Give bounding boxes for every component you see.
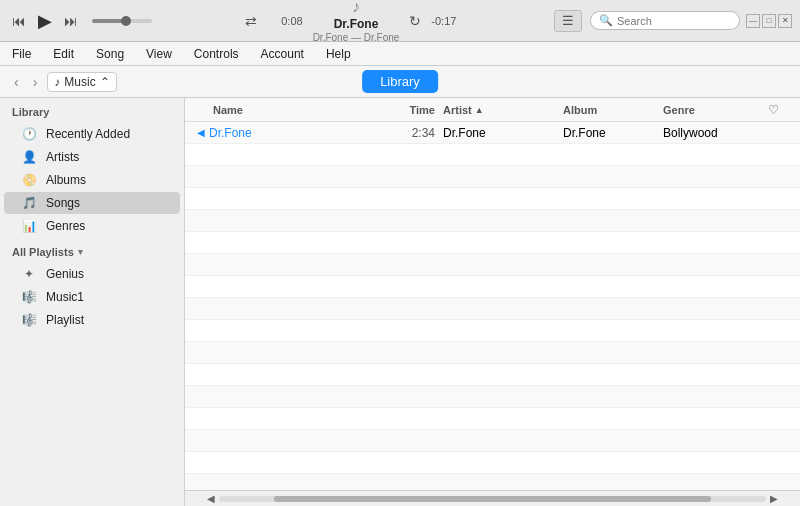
sort-arrow-icon: ▲ xyxy=(475,105,484,115)
table-row-empty xyxy=(185,298,800,320)
cell-artist: Dr.Fone xyxy=(443,126,563,140)
fast-forward-button[interactable]: ⏭ xyxy=(60,11,82,31)
menu-item-view[interactable]: View xyxy=(142,45,176,63)
table-row-empty xyxy=(185,474,800,490)
sidebar-label-artists: Artists xyxy=(46,150,79,164)
nav-forward-button[interactable]: › xyxy=(29,72,42,92)
sidebar-library-items: 🕐Recently Added👤Artists📀Albums🎵Songs📊Gen… xyxy=(0,123,184,237)
now-playing-area: ⇄ 0:08 ♪ Dr.Fone Dr.Fone — Dr.Fone ↻ -0:… xyxy=(152,0,554,43)
menu-item-edit[interactable]: Edit xyxy=(49,45,78,63)
sidebar-item-albums[interactable]: 📀Albums xyxy=(4,169,180,191)
col-header-artist[interactable]: Artist ▲ xyxy=(443,104,563,116)
library-selector-chevron: ⌃ xyxy=(100,75,110,89)
cell-genre: Bollywood xyxy=(663,126,763,140)
recently-added-icon: 🕐 xyxy=(20,127,38,141)
table-row-empty xyxy=(185,364,800,386)
volume-slider[interactable] xyxy=(92,19,152,23)
table-row-empty xyxy=(185,144,800,166)
table-row-empty xyxy=(185,430,800,452)
sidebar-playlist-items: ✦Genius🎼Music1🎼Playlist xyxy=(0,263,184,331)
col-header-heart: ♡ xyxy=(763,103,783,117)
sidebar-label-albums: Albums xyxy=(46,173,86,187)
scroll-thumb[interactable] xyxy=(274,496,712,502)
horizontal-scrollbar[interactable]: ◀ ▶ xyxy=(185,490,800,506)
close-button[interactable]: ✕ xyxy=(778,14,792,28)
table-header: Name Time Artist ▲ Album Genre ♡ xyxy=(185,98,800,122)
menu-item-help[interactable]: Help xyxy=(322,45,355,63)
sidebar-item-music1[interactable]: 🎼Music1 xyxy=(4,286,180,308)
playlists-section-header[interactable]: All Playlists ▾ xyxy=(0,238,184,262)
library-selector-label: Music xyxy=(64,75,95,89)
table-row-empty xyxy=(185,166,800,188)
main-area: Library 🕐Recently Added👤Artists📀Albums🎵S… xyxy=(0,98,800,506)
nav-back-button[interactable]: ‹ xyxy=(10,72,23,92)
sidebar-label-music1: Music1 xyxy=(46,290,84,304)
table-row-empty xyxy=(185,232,800,254)
menu-item-song[interactable]: Song xyxy=(92,45,128,63)
music-note-small-icon: ♪ xyxy=(54,75,60,89)
volume-knob[interactable] xyxy=(121,16,131,26)
menu-item-file[interactable]: File xyxy=(8,45,35,63)
music1-icon: 🎼 xyxy=(20,290,38,304)
search-box[interactable]: 🔍 xyxy=(590,11,740,30)
table-row-empty xyxy=(185,276,800,298)
minimize-button[interactable]: — xyxy=(746,14,760,28)
scroll-left-button[interactable]: ◀ xyxy=(203,493,219,504)
scroll-right-button[interactable]: ▶ xyxy=(766,493,782,504)
search-icon: 🔍 xyxy=(599,14,613,27)
cell-name: Dr.Fone xyxy=(209,126,393,140)
albums-icon: 📀 xyxy=(20,173,38,187)
music-note-icon: ♪ xyxy=(352,0,360,16)
menu-bar: FileEditSongViewControlsAccountHelp xyxy=(0,42,800,66)
right-controls: ☰ 🔍 xyxy=(554,10,740,32)
cell-time: 2:34 xyxy=(393,126,443,140)
library-button[interactable]: Library xyxy=(362,70,438,93)
table-row[interactable]: ◀ Dr.Fone 2:34 Dr.Fone Dr.Fone Bollywood xyxy=(185,122,800,144)
library-section-header: Library xyxy=(0,98,184,122)
play-button[interactable]: ▶ xyxy=(34,8,56,34)
sidebar-item-songs[interactable]: 🎵Songs xyxy=(4,192,180,214)
sidebar-item-recently-added[interactable]: 🕐Recently Added xyxy=(4,123,180,145)
search-input[interactable] xyxy=(617,15,727,27)
track-subtitle: Dr.Fone — Dr.Fone xyxy=(313,32,400,43)
track-title: Dr.Fone xyxy=(334,17,379,31)
playlists-chevron-icon: ▾ xyxy=(78,247,83,257)
maximize-button[interactable]: □ xyxy=(762,14,776,28)
genius-icon: ✦ xyxy=(20,267,38,281)
genres-icon: 📊 xyxy=(20,219,38,233)
library-selector[interactable]: ♪ Music ⌃ xyxy=(47,72,116,92)
col-header-name[interactable]: Name xyxy=(193,104,393,116)
shuffle-button[interactable]: ⇄ xyxy=(245,13,257,29)
playlists-header-label: All Playlists xyxy=(12,246,74,258)
time-remaining: -0:17 xyxy=(431,15,461,27)
sidebar-item-playlist[interactable]: 🎼Playlist xyxy=(4,309,180,331)
menu-item-account[interactable]: Account xyxy=(257,45,308,63)
table-row-empty xyxy=(185,342,800,364)
sidebar-item-genius[interactable]: ✦Genius xyxy=(4,263,180,285)
table-body: ◀ Dr.Fone 2:34 Dr.Fone Dr.Fone Bollywood xyxy=(185,122,800,490)
playlist-view-button[interactable]: ☰ xyxy=(554,10,582,32)
col-artist-label: Artist xyxy=(443,104,472,116)
sidebar-item-genres[interactable]: 📊Genres xyxy=(4,215,180,237)
artists-icon: 👤 xyxy=(20,150,38,164)
col-header-album[interactable]: Album xyxy=(563,104,663,116)
table-row-empty xyxy=(185,254,800,276)
col-header-time[interactable]: Time xyxy=(393,104,443,116)
track-info: ♪ Dr.Fone Dr.Fone — Dr.Fone xyxy=(313,0,400,43)
scroll-track[interactable] xyxy=(219,496,766,502)
playing-indicator: ◀ xyxy=(193,127,209,138)
sidebar-item-artists[interactable]: 👤Artists xyxy=(4,146,180,168)
repeat-button[interactable]: ↻ xyxy=(409,13,421,29)
sidebar-label-playlist: Playlist xyxy=(46,313,84,327)
transport-controls: ⏮ ▶ ⏭ xyxy=(8,8,152,34)
volume-slider-area[interactable] xyxy=(92,19,152,23)
sidebar-label-recently-added: Recently Added xyxy=(46,127,130,141)
cell-album: Dr.Fone xyxy=(563,126,663,140)
col-header-genre[interactable]: Genre xyxy=(663,104,763,116)
rewind-button[interactable]: ⏮ xyxy=(8,11,30,31)
table-row-empty xyxy=(185,320,800,342)
sidebar-label-genius: Genius xyxy=(46,267,84,281)
playlist-icon: 🎼 xyxy=(20,313,38,327)
menu-item-controls[interactable]: Controls xyxy=(190,45,243,63)
sidebar-label-genres: Genres xyxy=(46,219,85,233)
